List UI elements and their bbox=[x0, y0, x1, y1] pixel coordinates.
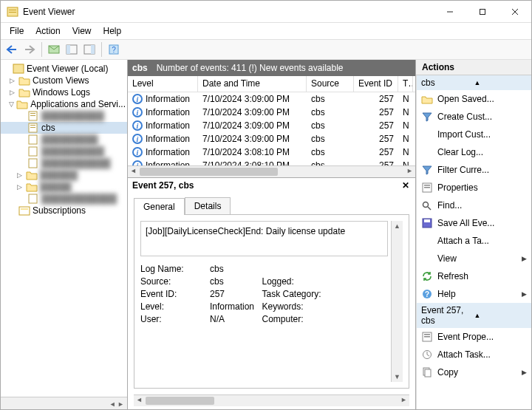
action-item[interactable]: Clear Log... bbox=[417, 143, 531, 161]
action-item[interactable]: Save All Eve... bbox=[417, 214, 531, 232]
log-icon bbox=[27, 134, 39, 145]
refresh-icon bbox=[421, 270, 433, 282]
tree-label: Subscriptions bbox=[33, 205, 86, 216]
info-icon: i bbox=[132, 120, 143, 131]
tree-folder-item[interactable]: ▷██████ bbox=[1, 169, 127, 181]
panel-toggle-2[interactable] bbox=[81, 41, 98, 58]
menu-action[interactable]: Action bbox=[30, 24, 66, 38]
events-column-headers[interactable]: Level Date and Time Source Event ID T… bbox=[128, 76, 415, 92]
svg-rect-4 bbox=[480, 9, 485, 14]
event-row[interactable]: iInformation7/10/2024 3:09:00 PMcbs257N bbox=[128, 119, 415, 132]
action-label: View bbox=[437, 253, 517, 264]
maximize-button[interactable] bbox=[466, 1, 499, 22]
label-eventid: Event ID: bbox=[140, 289, 207, 299]
tree-item[interactable]: ██████████ bbox=[1, 146, 127, 157]
forward-button[interactable] bbox=[21, 41, 38, 58]
label-logged: Logged: bbox=[262, 276, 336, 287]
event-taskcat: N bbox=[398, 147, 413, 157]
action-item[interactable]: Copy▶ bbox=[417, 363, 531, 381]
tree-root[interactable]: Event Viewer (Local) bbox=[1, 63, 127, 75]
tree-label: Applications and Servi... bbox=[30, 99, 126, 109]
column-level[interactable]: Level bbox=[128, 76, 198, 92]
menu-view[interactable]: View bbox=[66, 24, 98, 38]
close-button[interactable] bbox=[499, 1, 531, 22]
tree-applications-services[interactable]: ▽Applications and Servi... bbox=[1, 98, 127, 110]
panel-toggle-1[interactable] bbox=[64, 41, 80, 58]
detail-close-button[interactable]: ✕ bbox=[400, 180, 411, 191]
svg-rect-2 bbox=[9, 12, 16, 13]
menu-help[interactable]: Help bbox=[98, 24, 128, 38]
svg-rect-24 bbox=[29, 194, 37, 203]
tree-item[interactable]: ██████████ bbox=[1, 110, 127, 122]
action-item[interactable]: Event Prope... bbox=[417, 328, 531, 346]
event-source: cbs bbox=[307, 107, 354, 117]
action-item[interactable]: Filter Curre... bbox=[417, 161, 531, 179]
actions-section-header[interactable]: Event 257, cbs▲ bbox=[417, 303, 531, 328]
tab-general[interactable]: General bbox=[134, 198, 185, 215]
event-row[interactable]: iInformation7/10/2024 3:08:10 PMcbs257N bbox=[128, 159, 415, 165]
log-icon bbox=[27, 158, 39, 168]
navigation-tree[interactable]: Event Viewer (Local) ▷Custom Views ▷Wind… bbox=[1, 60, 128, 409]
help-button[interactable]: ? bbox=[106, 41, 122, 58]
tree-item[interactable]: ███████████ bbox=[1, 157, 127, 169]
column-date[interactable]: Date and Time bbox=[198, 76, 307, 92]
action-item[interactable]: Find... bbox=[417, 197, 531, 214]
tree-custom-views[interactable]: ▷Custom Views bbox=[1, 75, 127, 86]
event-date: 7/10/2024 3:09:00 PM bbox=[198, 120, 307, 131]
column-taskcategory[interactable]: T… bbox=[398, 76, 413, 92]
show-tree-button[interactable] bbox=[46, 41, 62, 58]
collapse-icon[interactable]: ▽ bbox=[8, 100, 14, 109]
events-list[interactable]: Level Date and Time Source Event ID T… i… bbox=[128, 76, 415, 178]
column-source[interactable]: Source bbox=[307, 76, 354, 92]
tab-details[interactable]: Details bbox=[185, 197, 231, 214]
expand-icon[interactable]: ▷ bbox=[8, 89, 16, 97]
expand-icon[interactable]: ▷ bbox=[8, 77, 16, 85]
event-date: 7/10/2024 3:09:00 PM bbox=[198, 134, 307, 144]
log-icon bbox=[27, 123, 39, 133]
action-item[interactable]: Refresh bbox=[417, 267, 531, 285]
label-computer: Computer: bbox=[262, 314, 336, 324]
value-logname: cbs bbox=[210, 264, 259, 274]
svg-rect-23 bbox=[29, 159, 37, 168]
event-row[interactable]: iInformation7/10/2024 3:09:00 PMcbs257N bbox=[128, 92, 415, 106]
menu-file[interactable]: File bbox=[4, 24, 30, 38]
event-row[interactable]: iInformation7/10/2024 3:08:10 PMcbs257N bbox=[128, 146, 415, 159]
tree-item[interactable]: █████████ bbox=[1, 134, 127, 146]
event-level: Information bbox=[146, 147, 190, 157]
event-message: [Job][DailyLicenseCheck]End: Daily licen… bbox=[140, 221, 388, 256]
detail-h-scrollbar[interactable] bbox=[134, 394, 409, 406]
event-row[interactable]: iInformation7/10/2024 3:09:00 PMcbs257N bbox=[128, 106, 415, 119]
action-label: Clear Log... bbox=[437, 147, 527, 157]
tree-windows-logs[interactable]: ▷Windows Logs bbox=[1, 86, 127, 98]
event-id: 257 bbox=[354, 94, 398, 104]
action-item[interactable]: Properties bbox=[417, 179, 531, 197]
tree-folder-item[interactable]: ▷█████ bbox=[1, 181, 127, 193]
action-item[interactable]: ?Help▶ bbox=[417, 285, 531, 303]
events-h-scrollbar[interactable] bbox=[128, 165, 415, 177]
svg-rect-43 bbox=[425, 369, 431, 377]
minimize-button[interactable] bbox=[434, 1, 466, 22]
event-level: Information bbox=[146, 134, 190, 144]
action-item[interactable]: View▶ bbox=[417, 250, 531, 267]
action-item[interactable]: Import Cust... bbox=[417, 126, 531, 143]
tree-subscriptions[interactable]: Subscriptions bbox=[1, 205, 127, 216]
column-eventid[interactable]: Event ID bbox=[354, 76, 398, 92]
back-button[interactable] bbox=[4, 41, 20, 58]
log-icon bbox=[27, 111, 39, 121]
action-label: Attach a Ta... bbox=[437, 236, 527, 246]
action-item[interactable]: Attach Task... bbox=[417, 346, 531, 363]
action-item[interactable]: Create Cust... bbox=[417, 108, 531, 126]
action-item[interactable]: Open Saved... bbox=[417, 90, 531, 108]
expand-icon[interactable]: ▷ bbox=[16, 183, 24, 191]
tree-cbs[interactable]: cbs bbox=[1, 122, 127, 134]
expand-icon[interactable]: ▷ bbox=[16, 171, 24, 180]
task-icon bbox=[421, 349, 433, 361]
event-row[interactable]: iInformation7/10/2024 3:09:00 PMcbs257N bbox=[128, 132, 415, 146]
action-item[interactable]: Attach a Ta... bbox=[417, 232, 531, 250]
title-bar: Event Viewer bbox=[1, 1, 531, 23]
value-level: Information bbox=[210, 301, 259, 312]
svg-rect-29 bbox=[424, 187, 430, 188]
detail-v-scrollbar[interactable] bbox=[391, 221, 403, 382]
tree-item[interactable]: ████████████ bbox=[1, 193, 127, 205]
actions-section-header[interactable]: cbs▲ bbox=[417, 75, 531, 90]
